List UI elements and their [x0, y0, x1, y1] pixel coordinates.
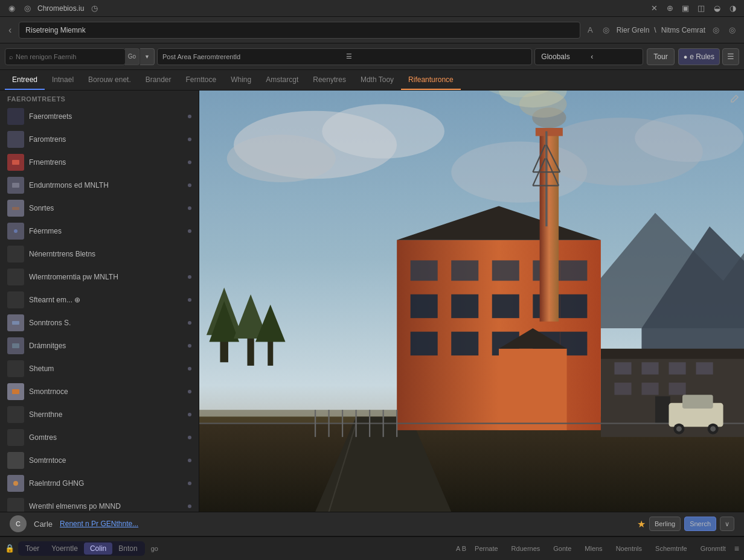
svg-point-86 — [676, 426, 682, 431]
sidebar-item-12[interactable]: Shetum — [0, 357, 199, 380]
sidebar-item-14[interactable]: Shernthne — [0, 403, 199, 426]
sidebar-item-18[interactable]: Wrenthl elmenvns po MNND — [0, 495, 199, 512]
svg-rect-51 — [560, 294, 587, 318]
user-avatar: C — [10, 515, 27, 532]
tab-amstarcgt[interactable]: Amstarcgt — [258, 70, 306, 90]
tab-brander[interactable]: Brander — [138, 70, 179, 90]
item-name-6: Féernmes — [29, 227, 183, 235]
svg-rect-38 — [669, 383, 685, 395]
search-input[interactable] — [16, 53, 100, 60]
sidebar-item-4[interactable]: Enduntrmons ed MNLTH — [0, 174, 199, 197]
sidebar-item-11[interactable]: Drámnitges — [0, 334, 199, 357]
go-indicator: go — [151, 545, 158, 552]
tab-pill-colin[interactable]: Colin — [84, 542, 112, 555]
item-dot-1 — [188, 115, 191, 118]
item-thumb-16 — [7, 452, 24, 469]
tab-schemtnfe[interactable]: Schemtnfe — [650, 543, 692, 554]
sidebar-item-17[interactable]: Raelntrnd GHNG — [0, 472, 199, 495]
tab-entreed[interactable]: Entreed — [5, 70, 45, 90]
sidebar-item-5[interactable]: Sonrtes — [0, 197, 199, 220]
item-name-17: Raelntrnd GHNG — [29, 479, 183, 488]
os-close-icon[interactable]: ✕ — [649, 3, 659, 14]
tab-rduernes[interactable]: Rduernes — [507, 543, 545, 554]
os-title: Chromebios.iu — [37, 4, 84, 13]
item-thumb-15 — [7, 429, 24, 446]
bottom-actions: ★ Berling Snerch ∨ — [637, 517, 734, 531]
badge-button[interactable]: ● e Rules — [678, 48, 720, 65]
tab-pill-toer[interactable]: Toer — [19, 542, 45, 555]
image-area — [199, 91, 744, 512]
circle2-btn[interactable]: ◎ — [726, 24, 738, 36]
os-split-icon[interactable]: ◫ — [696, 3, 707, 14]
tab-gronmtlt[interactable]: Gronmtlt — [696, 543, 731, 554]
globals-arrow-icon: ‹ — [591, 52, 637, 61]
more-icon[interactable]: ≡ — [734, 544, 739, 553]
edit-icon[interactable] — [731, 94, 739, 104]
toolbar: ⌕ Go ▼ Post Area Faeromtrerentld ☰ Gloob… — [0, 43, 744, 70]
tab-gonte[interactable]: Gonte — [548, 543, 576, 554]
sidebar-item-2[interactable]: Faromtrens — [0, 128, 199, 151]
os-menu-icon[interactable]: ◉ — [6, 3, 17, 14]
tour-button[interactable]: Tour — [647, 48, 674, 65]
sidebar-item-8[interactable]: Wlerntromerntia pw MNLTH — [0, 266, 199, 288]
sidebar-item-9[interactable]: Sftearnt em... ⊕ — [0, 288, 199, 311]
svg-point-16 — [635, 114, 743, 162]
chevron-down-icon: ∨ — [725, 520, 730, 528]
item-thumb-9 — [7, 291, 24, 308]
comment-link[interactable]: Renent n Pr GENthnte... — [60, 520, 138, 528]
tab-intnael[interactable]: Intnael — [45, 70, 81, 90]
back-button[interactable]: ‹ — [6, 22, 14, 38]
tab-mlens[interactable]: Mlens — [580, 543, 607, 554]
tab-pernate[interactable]: Pernate — [470, 543, 503, 554]
tab-noentnls[interactable]: Noentnls — [611, 543, 647, 554]
search-go-button[interactable]: Go — [125, 48, 140, 65]
svg-point-3 — [14, 229, 18, 233]
tabs-row: Entreed Intnael Borouw enet. Brander Fer… — [0, 70, 744, 91]
search-dropdown[interactable]: ▼ — [140, 48, 155, 65]
tab-pill-yoerntle[interactable]: Yoerntle — [45, 542, 84, 555]
os-circle2-icon[interactable]: ◑ — [727, 3, 738, 14]
snerch-button[interactable]: Snerch — [684, 517, 716, 531]
circle1-btn[interactable]: ◎ — [710, 24, 722, 36]
svg-rect-49 — [492, 294, 519, 318]
tab-rifeanturonce[interactable]: Rifeanturonce — [401, 70, 461, 90]
search-box[interactable]: ⌕ — [5, 48, 126, 65]
toolbar-extra-icon[interactable]: ☰ — [722, 48, 739, 65]
item-dot-6 — [188, 229, 191, 233]
tab-fernttoce[interactable]: Fernttoce — [178, 70, 223, 90]
post-area-box[interactable]: Post Area Faeromtrerentld ☰ — [157, 48, 532, 65]
os-bar: ◉ ◎ Chromebios.iu ◷ ✕ ⊕ ▣ ◫ ◒ ◑ — [0, 0, 744, 17]
tab-reenytres[interactable]: Reenytres — [306, 70, 353, 90]
sidebar-item-15[interactable]: Gomtres — [0, 426, 199, 449]
berling-button[interactable]: Berling — [649, 517, 681, 531]
font-icon[interactable]: A — [585, 24, 595, 36]
tab-mdth-tooy[interactable]: Mdth Tooy — [353, 70, 401, 90]
rating-icon: ★ — [637, 518, 646, 530]
os-plus-icon[interactable]: ⊕ — [664, 3, 675, 14]
os-window-icon[interactable]: ▣ — [680, 3, 691, 14]
globals-box[interactable]: Gloobals ‹ — [534, 48, 643, 65]
svg-rect-36 — [614, 383, 631, 395]
expand-button[interactable]: ∨ — [720, 517, 734, 531]
tab-whing[interactable]: Whing — [223, 70, 258, 90]
os-search-icon[interactable]: ◎ — [22, 3, 33, 14]
sidebar-item-13[interactable]: Smontrnoce — [0, 380, 199, 403]
os-circle1-icon[interactable]: ◒ — [711, 3, 722, 14]
tab-borouw-enet[interactable]: Borouw enet. — [81, 70, 138, 90]
item-name-16: Somtrntoce — [29, 456, 183, 465]
sidebar-item-1[interactable]: Faeromtreets — [0, 105, 199, 128]
sidebar-item-10[interactable]: Sonntrons S. — [0, 311, 199, 334]
reader-icon[interactable]: ◎ — [600, 24, 612, 36]
svg-point-87 — [710, 426, 716, 431]
svg-rect-53 — [451, 332, 478, 355]
sidebar-item-3[interactable]: Frnemtrens — [0, 151, 199, 174]
svg-point-7 — [13, 481, 18, 486]
os-clock-icon[interactable]: ◷ — [89, 3, 100, 14]
sidebar-item-16[interactable]: Somtrntoce — [0, 449, 199, 472]
tab-pill-bnton[interactable]: Bnton — [112, 542, 143, 555]
sidebar-item-7[interactable]: Nénerntrtrens Bletns — [0, 243, 199, 266]
item-thumb-6 — [7, 223, 24, 240]
item-dot-2 — [188, 138, 191, 141]
sidebar-item-6[interactable]: Féernmes — [0, 220, 199, 243]
address-input[interactable] — [19, 22, 580, 39]
